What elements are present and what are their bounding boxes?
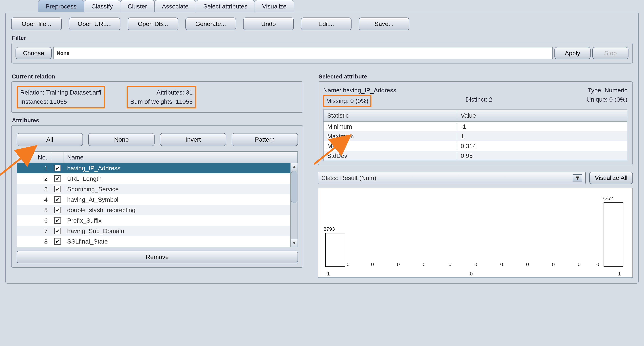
tab-associate[interactable]: Associate [154, 0, 196, 12]
scroll-down-icon[interactable]: ▼ [291, 239, 298, 247]
attr-name: SSLfinal_State [64, 238, 290, 245]
class-select[interactable]: Class: Result (Num) ▼ [318, 172, 586, 184]
attr-name: double_slash_redirecting [64, 207, 290, 214]
attr-no: 5 [17, 207, 51, 214]
remove-attribute-button[interactable]: Remove [16, 251, 298, 263]
attr-checkbox[interactable]: ✔ [54, 175, 61, 182]
svg-line-0 [0, 146, 36, 175]
attribute-row[interactable]: 4✔having_At_Symbol [17, 194, 290, 205]
chevron-down-icon[interactable]: ▼ [573, 174, 582, 181]
attr-invert-button[interactable]: Invert [160, 133, 226, 146]
sow-label: Sum of weights: [130, 98, 174, 105]
stat-value: 1 [457, 133, 627, 140]
attributes-scrollbar[interactable]: ▲ ▼ [290, 163, 298, 247]
stat-value: -1 [457, 123, 627, 130]
attr-name: URL_Length [64, 175, 290, 182]
attr-checkbox[interactable]: ✔ [54, 196, 61, 203]
selected-attribute-box: Name: having_IP_Address Type: Numeric Mi… [318, 81, 633, 165]
missing-highlight: Missing: 0 (0%) [323, 95, 371, 107]
relation-value: Training Dataset.arff [46, 89, 101, 96]
attribute-row[interactable]: 8✔SSLfinal_State [17, 236, 290, 247]
attr-name: having_IP_Address [64, 165, 290, 172]
tab-preprocess[interactable]: Preprocess [38, 0, 84, 12]
attribute-row[interactable]: 7✔having_Sub_Domain [17, 226, 290, 236]
attributes-box: All None Invert Pattern No. Name 1✔havin… [11, 125, 303, 268]
filter-value[interactable]: None [54, 47, 553, 59]
sel-unique-value: 0 (0%) [609, 96, 628, 103]
attributes-count-highlight: Attributes: 31 Sum of weights: 11055 [126, 86, 196, 108]
attr-no: 4 [17, 196, 51, 203]
choose-filter-button[interactable]: Choose [16, 47, 52, 59]
attr-checkbox[interactable]: ✔ [54, 238, 61, 245]
attribute-row[interactable]: 1✔having_IP_Address [17, 163, 290, 173]
attr-header-name[interactable]: Name [64, 152, 298, 163]
stat-row: Minimum-1 [324, 122, 627, 131]
attr-name: Prefix_Suffix [64, 217, 290, 224]
undo-button[interactable]: Undo [243, 17, 294, 30]
svg-line-1 [314, 135, 350, 164]
selected-attribute-label: Selected attribute [318, 73, 633, 80]
sel-distinct-value: 2 [489, 96, 492, 103]
sel-missing-value: 0 (0%) [350, 97, 368, 104]
sel-type-value: Numeric [604, 87, 628, 94]
histogram-bar [325, 233, 345, 267]
sel-type-label: Type: [588, 87, 603, 94]
filter-row: Choose None Apply Stop [11, 43, 633, 63]
stat-row: Mean0.314 [324, 141, 627, 151]
attribute-row[interactable]: 3✔Shortining_Service [17, 184, 290, 194]
current-relation-label: Current relation [12, 73, 303, 80]
bar-value-label: 3793 [324, 226, 335, 232]
attr-name: Shortining_Service [64, 186, 290, 193]
instances-value: 11055 [50, 98, 67, 105]
tab-bar: Preprocess Classify Cluster Associate Se… [38, 0, 638, 12]
visualize-all-button[interactable]: Visualize All [589, 172, 633, 184]
current-relation-box: Relation: Training Dataset.arff Instance… [11, 81, 303, 113]
class-select-value: Class: Result (Num) [321, 174, 376, 181]
histogram-chart: 3793726200000000000-101 [318, 188, 633, 278]
tab-visualize[interactable]: Visualize [254, 0, 294, 12]
tab-select-attributes[interactable]: Select attributes [196, 0, 255, 12]
attributes-count-label: Attributes: [156, 89, 184, 96]
scroll-up-icon[interactable]: ▲ [291, 163, 298, 170]
attr-checkbox[interactable]: ✔ [54, 217, 61, 224]
attr-checkbox[interactable]: ✔ [54, 186, 61, 192]
attribute-row[interactable]: 6✔Prefix_Suffix [17, 215, 290, 226]
open-file-button[interactable]: Open file... [11, 17, 62, 30]
tab-cluster[interactable]: Cluster [120, 0, 155, 12]
open-url-button[interactable]: Open URL... [69, 17, 120, 30]
instances-label: Instances: [20, 98, 48, 105]
edit-button[interactable]: Edit... [301, 17, 352, 30]
attr-name: having_At_Symbol [64, 196, 290, 203]
stat-value: 0.314 [457, 142, 627, 150]
attributes-count-value: 31 [186, 89, 193, 96]
apply-filter-button[interactable]: Apply [554, 47, 590, 59]
attribute-row[interactable]: 5✔double_slash_redirecting [17, 205, 290, 215]
axis-tick-label: 1 [618, 271, 621, 277]
attr-none-button[interactable]: None [88, 133, 154, 146]
attribute-row[interactable]: 2✔URL_Length [17, 173, 290, 184]
open-db-button[interactable]: Open DB... [128, 17, 178, 30]
histogram-bar [604, 202, 624, 267]
attributes-label: Attributes [12, 117, 303, 124]
attr-no: 7 [17, 228, 51, 235]
stop-filter-button: Stop [592, 47, 628, 59]
scroll-thumb[interactable] [291, 171, 297, 203]
generate-button[interactable]: Generate... [186, 17, 236, 30]
filter-label: Filter [12, 35, 633, 41]
sel-distinct-label: Distinct: [466, 96, 487, 103]
statistics-table: Statistic Value Minimum-1Maximum1Mean0.3… [323, 109, 628, 161]
tab-classify[interactable]: Classify [84, 0, 120, 12]
attr-name: having_Sub_Domain [64, 228, 290, 235]
stat-row: StdDev0.95 [324, 151, 627, 161]
attr-pattern-button[interactable]: Pattern [232, 133, 298, 146]
relation-label: Relation: [20, 89, 44, 96]
attr-checkbox[interactable]: ✔ [54, 165, 61, 171]
attr-no: 6 [17, 217, 51, 224]
toolbar: Open file... Open URL... Open DB... Gene… [11, 17, 633, 30]
axis-tick-label: -1 [325, 271, 330, 277]
attr-checkbox[interactable]: ✔ [54, 228, 61, 234]
sel-missing-label: Missing: [326, 97, 349, 104]
sel-unique-label: Unique: [586, 96, 608, 103]
save-button[interactable]: Save... [359, 17, 409, 30]
attr-checkbox[interactable]: ✔ [54, 207, 61, 213]
